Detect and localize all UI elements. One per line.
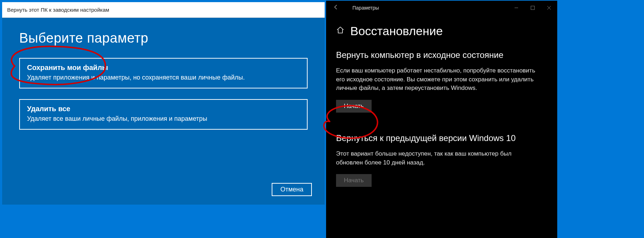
option-remove-all[interactable]: Удалить все Удаляет все ваши личные файл… — [19, 99, 308, 130]
home-icon[interactable] — [336, 26, 345, 37]
close-button[interactable] — [541, 2, 557, 13]
svg-rect-1 — [531, 6, 534, 10]
section-goback-text: Этот вариант больше недоступен, так как … — [336, 150, 535, 167]
cancel-button[interactable]: Отмена — [272, 183, 312, 196]
option-keep-files-desc: Удаляет приложения и параметры, но сохра… — [27, 74, 300, 81]
settings-window: Параметры Восстановление Вернуть компьют… — [326, 0, 557, 238]
option-keep-files[interactable]: Сохранить мои файлы Удаляет приложения и… — [19, 58, 308, 88]
option-remove-all-desc: Удаляет все ваши личные файлы, приложени… — [27, 115, 300, 123]
back-button[interactable] — [332, 4, 340, 12]
section-goback-heading: Вернуться к предыдущей версии Windows 10 — [336, 133, 547, 143]
reset-dialog-title: Вернуть этот ПК к заводским настройкам — [7, 7, 109, 13]
page-header: Восстановление — [336, 24, 547, 38]
reset-dialog-titlebar: Вернуть этот ПК к заводским настройкам — [2, 2, 325, 18]
page-title: Восстановление — [350, 24, 443, 38]
start-reset-button[interactable]: Начать — [336, 100, 372, 113]
settings-window-title: Параметры — [352, 5, 379, 11]
option-keep-files-title: Сохранить мои файлы — [27, 64, 300, 72]
section-reset-heading: Вернуть компьютер в исходное состояние — [336, 50, 547, 60]
section-reset-text: Если ваш компьютер работает нестабильно,… — [336, 66, 535, 93]
option-remove-all-title: Удалить все — [27, 105, 300, 113]
settings-titlebar: Параметры — [326, 1, 557, 15]
reset-heading: Выберите параметр — [19, 31, 308, 46]
minimize-button[interactable] — [508, 2, 525, 13]
start-goback-button: Начать — [336, 174, 372, 187]
maximize-button[interactable] — [525, 2, 541, 13]
reset-dialog: Вернуть этот ПК к заводским настройкам В… — [2, 2, 325, 205]
